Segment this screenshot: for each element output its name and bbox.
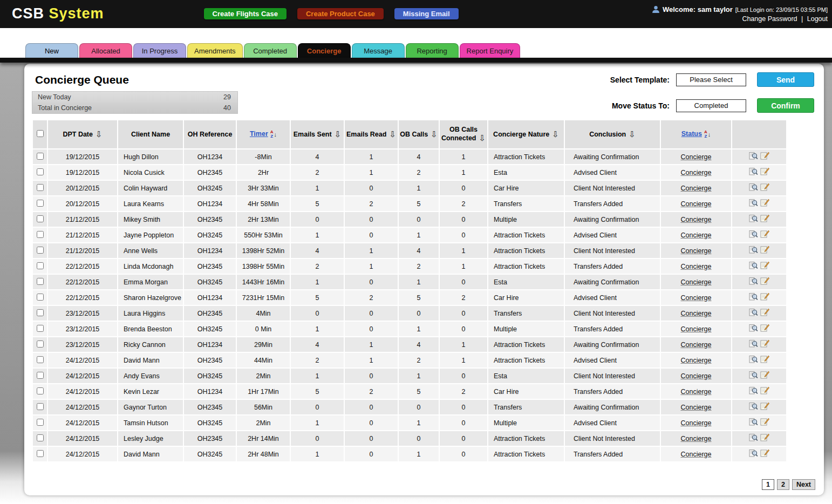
status-link[interactable]: Concierge: [681, 231, 712, 239]
status-link[interactable]: Concierge: [681, 419, 712, 427]
view-details-icon[interactable]: [749, 355, 758, 364]
status-link[interactable]: Concierge: [681, 404, 712, 411]
view-details-icon[interactable]: [749, 449, 758, 458]
row-checkbox[interactable]: [37, 340, 44, 348]
row-checkbox[interactable]: [37, 168, 44, 175]
edit-note-icon[interactable]: [760, 418, 769, 426]
row-checkbox[interactable]: [37, 387, 44, 394]
tab-message[interactable]: Message: [352, 43, 405, 58]
col-client-name[interactable]: Client Name: [118, 120, 183, 148]
send-button[interactable]: Send: [757, 72, 814, 87]
status-link[interactable]: Concierge: [681, 200, 712, 208]
view-details-icon[interactable]: [749, 167, 758, 176]
tab-completed[interactable]: Completed: [244, 43, 297, 58]
tab-reporting[interactable]: Reporting: [406, 43, 459, 58]
view-details-icon[interactable]: [749, 246, 758, 254]
edit-note-icon[interactable]: [760, 152, 769, 160]
row-checkbox[interactable]: [37, 450, 44, 457]
view-details-icon[interactable]: [749, 371, 758, 379]
row-checkbox[interactable]: [37, 372, 44, 379]
view-details-icon[interactable]: [749, 418, 758, 426]
tab-concierge[interactable]: Concierge: [298, 43, 351, 58]
edit-note-icon[interactable]: [760, 183, 769, 192]
view-details-icon[interactable]: [749, 214, 758, 223]
row-checkbox[interactable]: [37, 403, 44, 410]
col-timer[interactable]: TimerAZ↓: [237, 120, 290, 148]
edit-note-icon[interactable]: [760, 371, 769, 379]
col-timer-label[interactable]: Timer: [250, 130, 268, 138]
edit-note-icon[interactable]: [760, 230, 769, 239]
col-emails-sent[interactable]: Emails Sent⇩: [291, 120, 344, 148]
edit-note-icon[interactable]: [760, 339, 769, 348]
status-link[interactable]: Concierge: [681, 247, 712, 255]
row-checkbox[interactable]: [37, 215, 44, 222]
edit-note-icon[interactable]: [760, 386, 769, 395]
view-details-icon[interactable]: [749, 292, 758, 301]
row-checkbox[interactable]: [37, 434, 44, 441]
edit-note-icon[interactable]: [760, 261, 769, 270]
view-details-icon[interactable]: [749, 324, 758, 332]
row-checkbox[interactable]: [37, 309, 44, 316]
edit-note-icon[interactable]: [760, 308, 769, 317]
status-link[interactable]: Concierge: [681, 294, 712, 302]
page-1-button[interactable]: 1: [762, 479, 774, 490]
row-checkbox[interactable]: [37, 294, 44, 301]
edit-note-icon[interactable]: [760, 433, 769, 442]
confirm-button[interactable]: Confirm: [757, 98, 814, 113]
row-checkbox[interactable]: [37, 356, 44, 363]
status-link[interactable]: Concierge: [681, 451, 712, 458]
col-status[interactable]: StatusAZ↓: [661, 120, 731, 148]
col-ob-calls-connected[interactable]: OB Calls Connected⇩: [440, 120, 487, 148]
change-password-link[interactable]: Change Password: [742, 15, 797, 23]
view-details-icon[interactable]: [749, 183, 758, 192]
status-link[interactable]: Concierge: [681, 185, 712, 192]
page-2-button[interactable]: 2: [777, 479, 789, 490]
col-emails-read[interactable]: Emails Read⇩: [345, 120, 398, 148]
view-details-icon[interactable]: [749, 277, 758, 285]
status-select[interactable]: Completed: [676, 99, 746, 112]
edit-note-icon[interactable]: [760, 355, 769, 364]
row-checkbox[interactable]: [37, 153, 44, 160]
view-details-icon[interactable]: [749, 230, 758, 239]
status-link[interactable]: Concierge: [681, 341, 712, 349]
row-checkbox[interactable]: [37, 231, 44, 238]
edit-note-icon[interactable]: [760, 402, 769, 411]
view-details-icon[interactable]: [749, 433, 758, 442]
status-link[interactable]: Concierge: [681, 388, 712, 396]
status-link[interactable]: Concierge: [681, 153, 712, 161]
row-checkbox[interactable]: [37, 200, 44, 207]
status-link[interactable]: Concierge: [681, 278, 712, 286]
status-link[interactable]: Concierge: [681, 325, 712, 333]
missing-email-button[interactable]: Missing Email: [394, 8, 459, 19]
row-checkbox[interactable]: [37, 262, 44, 269]
row-checkbox[interactable]: [37, 247, 44, 254]
edit-note-icon[interactable]: [760, 324, 769, 332]
logout-link[interactable]: Logout: [807, 15, 828, 23]
col-conclusion[interactable]: Conclusion⇩: [565, 120, 660, 148]
status-link[interactable]: Concierge: [681, 263, 712, 270]
next-page-button[interactable]: Next: [792, 479, 815, 490]
edit-note-icon[interactable]: [760, 167, 769, 176]
edit-note-icon[interactable]: [760, 292, 769, 301]
view-details-icon[interactable]: [749, 386, 758, 395]
status-link[interactable]: Concierge: [681, 216, 712, 223]
edit-note-icon[interactable]: [760, 449, 769, 458]
edit-note-icon[interactable]: [760, 199, 769, 207]
col-oh-reference[interactable]: OH Reference: [184, 120, 236, 148]
edit-note-icon[interactable]: [760, 277, 769, 285]
col-ob-calls[interactable]: OB Calls⇩: [399, 120, 439, 148]
edit-note-icon[interactable]: [760, 214, 769, 223]
col-status-label[interactable]: Status: [681, 130, 702, 138]
view-details-icon[interactable]: [749, 152, 758, 160]
status-link[interactable]: Concierge: [681, 310, 712, 317]
tab-in-progress[interactable]: In Progress: [133, 43, 186, 58]
status-link[interactable]: Concierge: [681, 169, 712, 176]
row-checkbox[interactable]: [37, 325, 44, 332]
status-link[interactable]: Concierge: [681, 357, 712, 364]
row-checkbox[interactable]: [37, 419, 44, 426]
tab-report-enquiry[interactable]: Report Enquiry: [460, 43, 521, 58]
col-dpt-date[interactable]: DPT Date⇩: [48, 120, 117, 148]
view-details-icon[interactable]: [749, 402, 758, 411]
col-concierge-nature[interactable]: Concierge Nature⇩: [488, 120, 564, 148]
view-details-icon[interactable]: [749, 308, 758, 317]
